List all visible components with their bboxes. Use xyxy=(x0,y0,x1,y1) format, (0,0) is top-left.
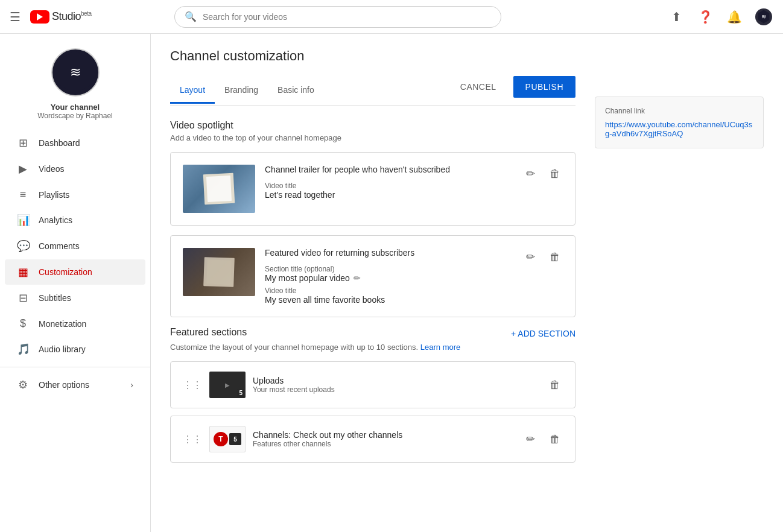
sidebar-item-playlists[interactable]: ≡ Playlists xyxy=(5,182,145,207)
bell-icon[interactable]: 🔔 xyxy=(725,7,744,27)
sidebar-item-label: Audio library xyxy=(39,344,86,354)
uploads-thumbnail: ▶ 5 xyxy=(209,372,246,398)
sidebar-item-comments[interactable]: 💬 Comments xyxy=(5,233,145,259)
channel-info: ≋ Your channel Wordscape by Raphael xyxy=(0,34,150,130)
header-left: ☰ Studiobeta xyxy=(10,10,92,24)
channel-t-badge: T xyxy=(214,432,228,446)
upload-icon[interactable]: ⬆ xyxy=(667,7,686,27)
trailer-delete-button[interactable]: 🗑 xyxy=(547,165,563,183)
search-input[interactable] xyxy=(203,12,491,22)
sidebar: ≋ Your channel Wordscape by Raphael ⊞ Da… xyxy=(0,34,151,532)
nav-divider xyxy=(0,367,150,367)
sidebar-item-label: Dashboard xyxy=(39,138,80,148)
featured-card-actions: ✏ 🗑 xyxy=(524,248,563,266)
featured-meta-value: My seven all time favorite books xyxy=(265,295,414,305)
header: ☰ Studiobeta 🔍 ⬆ ❓ 🔔 ≋ xyxy=(0,0,783,34)
publish-button[interactable]: PUBLISH xyxy=(513,76,575,98)
trailer-info: Channel trailer for people who haven't s… xyxy=(265,165,450,200)
search-bar[interactable]: 🔍 xyxy=(174,6,501,28)
dashboard-icon: ⊞ xyxy=(17,136,29,150)
featured-sections-subtitle: Customize the layout of your channel hom… xyxy=(170,343,575,352)
featured-meta-label: Video title xyxy=(265,287,414,295)
card-content-left: Featured video for returning subscribers… xyxy=(183,248,414,305)
featured-thumbnail xyxy=(183,248,255,296)
tab-branding[interactable]: Branding xyxy=(215,78,268,104)
search-icon: 🔍 xyxy=(185,11,197,22)
right-panel: Channel link https://www.youtube.com/cha… xyxy=(595,97,764,148)
sidebar-nav: ⊞ Dashboard ▶ Videos ≡ Playlists 📊 Analy… xyxy=(0,130,150,398)
featured-delete-button[interactable]: 🗑 xyxy=(547,248,563,266)
header-right: ⬆ ❓ 🔔 ≋ xyxy=(667,7,773,27)
channel-name: Your channel xyxy=(51,103,100,112)
cancel-button[interactable]: CANCEL xyxy=(453,77,504,97)
menu-icon[interactable]: ☰ xyxy=(10,10,21,24)
customization-icon: ▦ xyxy=(17,265,29,279)
sidebar-item-other-options[interactable]: ⚙ Other options › xyxy=(5,372,145,397)
tab-basic-info[interactable]: Basic info xyxy=(268,78,324,104)
avatar-icon[interactable]: ≋ xyxy=(754,7,773,27)
featured-sections: Featured sections + ADD SECTION Customiz… xyxy=(170,327,575,463)
help-icon[interactable]: ❓ xyxy=(696,7,715,27)
audio-library-icon: 🎵 xyxy=(17,343,29,356)
uploads-badge: 5 xyxy=(237,389,244,397)
channels-delete-button[interactable]: 🗑 xyxy=(547,430,563,448)
video-spotlight-section: Video spotlight Add a video to the top o… xyxy=(170,120,575,317)
chevron-right-icon: › xyxy=(130,380,133,390)
avatar: ≋ xyxy=(51,48,100,97)
channel-link-card: Channel link https://www.youtube.com/cha… xyxy=(595,97,764,148)
sidebar-item-customization[interactable]: ▦ Customization xyxy=(5,259,145,285)
uploads-desc: Your most recent uploads xyxy=(253,385,540,394)
channel-subtitle: Wordscape by Raphael xyxy=(37,112,113,120)
video-spotlight-title: Video spotlight xyxy=(170,120,575,131)
sidebar-item-monetization[interactable]: $ Monetization xyxy=(5,311,145,336)
channels-thumbnail: T 5 xyxy=(209,426,246,452)
featured-section-value: My most popular video ✏ xyxy=(265,273,414,283)
channels-edit-button[interactable]: ✏ xyxy=(524,430,537,448)
video-spotlight-subtitle: Add a video to the top of your channel h… xyxy=(170,133,575,142)
trailer-meta-value: Let's read together xyxy=(265,190,450,200)
sidebar-item-analytics[interactable]: 📊 Analytics xyxy=(5,207,145,233)
channels-desc: Features other channels xyxy=(253,440,516,448)
sidebar-item-label: Videos xyxy=(39,164,65,174)
videos-icon: ▶ xyxy=(17,162,29,176)
playlists-icon: ≡ xyxy=(17,188,29,201)
channel-link-label: Channel link xyxy=(605,107,753,115)
sidebar-item-dashboard[interactable]: ⊞ Dashboard xyxy=(5,130,145,156)
featured-sections-title: Featured sections xyxy=(170,327,247,338)
sidebar-item-videos[interactable]: ▶ Videos xyxy=(5,156,145,182)
drag-handle-icon[interactable]: ⋮⋮ xyxy=(183,379,202,391)
section-card-uploads: ⋮⋮ ▶ 5 Uploads Your most recent uploads … xyxy=(170,361,575,408)
channel-s-badge: 5 xyxy=(229,433,241,445)
sidebar-item-audio-library[interactable]: 🎵 Audio library xyxy=(5,337,145,362)
content: Channel customization Layout Branding Ba… xyxy=(151,34,783,532)
comments-icon: 💬 xyxy=(17,239,29,253)
trailer-edit-button[interactable]: ✏ xyxy=(524,165,537,183)
channel-trailer-card: Channel trailer for people who haven't s… xyxy=(170,152,575,226)
monetization-icon: $ xyxy=(17,317,29,330)
trailer-thumbnail xyxy=(183,165,255,213)
featured-sections-header: Featured sections + ADD SECTION xyxy=(170,327,575,340)
uploads-name: Uploads xyxy=(253,376,540,385)
sidebar-item-label: Comments xyxy=(39,241,80,251)
add-section-button[interactable]: + ADD SECTION xyxy=(511,329,575,338)
page-title: Channel customization xyxy=(170,48,575,64)
subtitles-icon: ⊟ xyxy=(17,291,29,305)
trailer-card-title: Channel trailer for people who haven't s… xyxy=(265,165,450,174)
uploads-delete-button[interactable]: 🗑 xyxy=(547,376,563,394)
sidebar-item-label: Monetization xyxy=(39,319,86,329)
section-title-edit-icon[interactable]: ✏ xyxy=(353,273,361,283)
sidebar-item-label: Subtitles xyxy=(39,293,71,303)
featured-edit-button[interactable]: ✏ xyxy=(524,248,537,266)
channels-info: Channels: Check out my other channels Fe… xyxy=(253,430,516,448)
main-layout: ≋ Your channel Wordscape by Raphael ⊞ Da… xyxy=(0,34,783,532)
drag-handle-icon[interactable]: ⋮⋮ xyxy=(183,434,202,445)
featured-info: Featured video for returning subscribers… xyxy=(265,248,414,305)
learn-more-link[interactable]: Learn more xyxy=(420,343,460,352)
sidebar-item-label: Playlists xyxy=(39,190,69,200)
sidebar-item-subtitles[interactable]: ⊟ Subtitles xyxy=(5,285,145,311)
trailer-card-actions: ✏ 🗑 xyxy=(524,165,563,183)
featured-video-card: Featured video for returning subscribers… xyxy=(170,235,575,317)
tab-layout[interactable]: Layout xyxy=(170,78,215,104)
channel-link-url[interactable]: https://www.youtube.com/channel/UCuq3sg-… xyxy=(605,120,753,138)
channels-card-actions: ✏ 🗑 xyxy=(524,430,563,448)
